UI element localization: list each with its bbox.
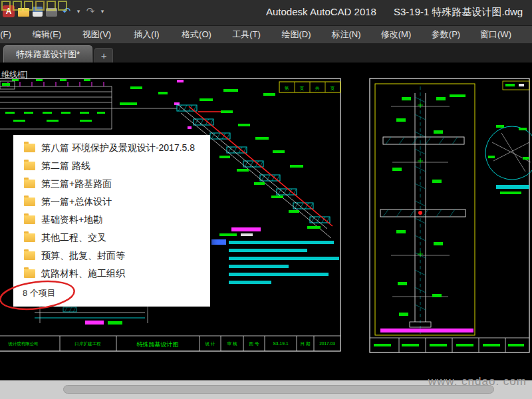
menu-view[interactable]: 视图(V) <box>72 26 122 43</box>
page-number-box: 第 页 共 页 <box>279 82 340 92</box>
folder-icon <box>24 198 35 206</box>
folder-icon <box>24 162 35 170</box>
list-item-label: 第三篇+路基路面 <box>41 178 112 190</box>
menu-format[interactable]: 格式(O) <box>172 26 221 43</box>
watermark-overlay <box>1 1 67 11</box>
svg-text:图 号: 图 号 <box>249 341 259 346</box>
right-sheet <box>370 78 532 352</box>
folder-icon <box>24 269 35 278</box>
folder-icon <box>24 233 35 242</box>
undo-dropdown-icon[interactable]: ▾ <box>76 5 81 17</box>
list-item[interactable]: 第三篇+路基路面 <box>13 175 210 193</box>
svg-text:2017.03: 2017.03 <box>319 341 335 346</box>
list-item-label: 基础资料+地勘 <box>41 214 102 226</box>
svg-text:审 核: 审 核 <box>227 341 237 346</box>
notes-block <box>211 227 339 284</box>
folder-icon <box>24 215 35 224</box>
redo-icon[interactable]: ↷ <box>84 5 96 17</box>
svg-text:设 计: 设 计 <box>205 341 215 346</box>
autocad-window: A ↶ ▾ ↷ ▾ Autodesk AutoCAD 2018 S3-19-1 … <box>0 0 532 399</box>
folder-icon <box>24 180 35 188</box>
title-block-right <box>370 338 529 352</box>
app-title: Autodesk AutoCAD 2018 <box>266 6 376 19</box>
list-item-label: 预算、批复、封面等 <box>41 250 125 262</box>
tab-drawing[interactable]: 特殊路基设计图* <box>3 45 92 63</box>
menu-parametric[interactable]: 参数(P) <box>421 26 471 43</box>
svg-text:页: 页 <box>331 86 335 90</box>
folder-icon <box>24 144 35 152</box>
menu-insert[interactable]: 插入(I) <box>122 26 172 43</box>
elevation-grid <box>0 86 177 129</box>
title-block-left: 设计院有限公司 口岸扩建工程 特殊路基设计图 设 计 审 核 图 号 S3-19… <box>0 336 340 351</box>
list-item[interactable]: 筑路材料、施工组织 <box>13 265 210 283</box>
svg-text:第: 第 <box>285 86 289 90</box>
menu-modify[interactable]: 修改(M) <box>371 26 421 43</box>
item-count-label: 8 个项目 <box>23 287 210 299</box>
list-item[interactable]: 预算、批复、封面等 <box>13 247 210 265</box>
toolbar-options-icon[interactable]: ▾ <box>100 5 105 17</box>
svg-text:日 期: 日 期 <box>301 341 311 346</box>
window-title: Autodesk AutoCAD 2018 S3-19-1 特殊路基设计图.dw… <box>266 6 523 19</box>
file-tab-bar: 特殊路基设计图* + <box>0 43 532 63</box>
document-title: S3-19-1 特殊路基设计图.dwg <box>394 6 523 19</box>
list-item-label: 其他工程、交叉 <box>41 232 106 244</box>
title-bar: A ↶ ▾ ↷ ▾ Autodesk AutoCAD 2018 S3-19-1 … <box>0 0 532 26</box>
list-item[interactable]: 基础资料+地勘 <box>13 211 210 229</box>
pile-column <box>380 93 466 327</box>
detail-circle <box>485 125 532 194</box>
watermark-site: www. cndao. com <box>428 375 527 388</box>
svg-text:S3-19-1: S3-19-1 <box>273 341 289 346</box>
list-item[interactable]: 其他工程、交叉 <box>13 229 210 247</box>
list-item-label: 第一篇+总体设计 <box>41 196 112 208</box>
viewport-control-label[interactable]: 维线框] <box>1 69 27 80</box>
list-item[interactable]: 第八篇 环境保护及景观设计-2017.5.8 <box>13 139 210 157</box>
svg-text:设计院有限公司: 设计院有限公司 <box>8 341 39 346</box>
menu-window[interactable]: 窗口(W) <box>471 26 521 43</box>
menu-edit[interactable]: 编辑(E) <box>22 26 72 43</box>
menu-tools[interactable]: 工具(T) <box>221 26 271 43</box>
list-item-label: 第二篇 路线 <box>41 160 90 172</box>
svg-text:页: 页 <box>300 86 305 90</box>
new-tab-button[interactable]: + <box>94 48 113 63</box>
menu-draw[interactable]: 绘图(D) <box>271 26 321 43</box>
svg-text:特殊路基设计图: 特殊路基设计图 <box>137 341 179 348</box>
menu-bar: 文件(F) 编辑(E) 视图(V) 插入(I) 格式(O) 工具(T) 绘图(D… <box>0 26 532 43</box>
svg-text:共: 共 <box>315 86 320 91</box>
menu-file[interactable]: 文件(F) <box>0 26 22 43</box>
list-item[interactable]: 第一篇+总体设计 <box>13 193 210 211</box>
list-item[interactable]: 第二篇 路线 <box>13 157 210 175</box>
folder-icon <box>24 251 35 260</box>
svg-text:口岸扩建工程: 口岸扩建工程 <box>75 341 102 346</box>
menu-dimension[interactable]: 标注(N) <box>321 26 371 43</box>
list-item-label: 第八篇 环境保护及景观设计-2017.5.8 <box>41 142 195 154</box>
folder-list-popup: 第八篇 环境保护及景观设计-2017.5.8 第二篇 路线 第三篇+路基路面 第… <box>13 135 210 307</box>
list-item-label: 筑路材料、施工组织 <box>41 268 125 280</box>
